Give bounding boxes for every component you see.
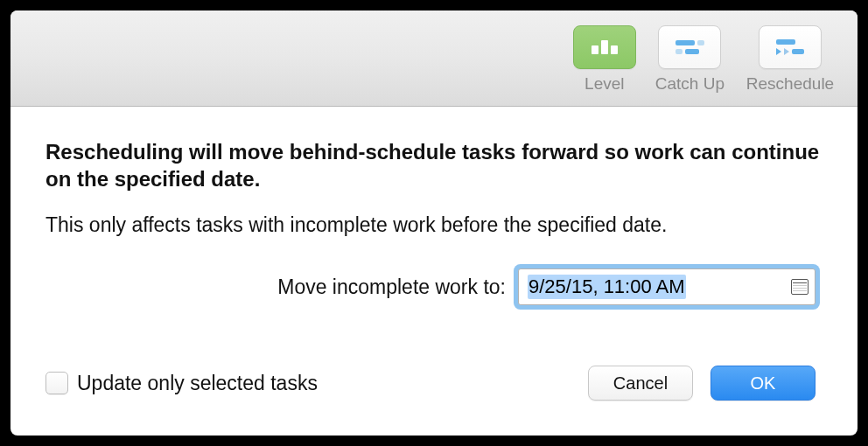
dialog-footer: Update only selected tasks Cancel OK <box>46 366 822 401</box>
date-field[interactable]: 9/25/15, 11:00 AM <box>518 268 816 305</box>
ok-button[interactable]: OK <box>710 366 816 401</box>
dialog-subtext: This only affects tasks with incomplete … <box>46 213 822 237</box>
reschedule-dialog-window: Level Catch Up Reschedule Rescheduling w… <box>10 10 858 436</box>
date-field-text: 9/25/15, 11:00 AM <box>528 275 686 299</box>
toolbar-item-reschedule[interactable]: Reschedule <box>733 25 847 94</box>
cancel-button[interactable]: Cancel <box>588 366 693 401</box>
reschedule-label: Reschedule <box>746 74 834 94</box>
dialog-toolbar: Level Catch Up Reschedule <box>10 10 858 107</box>
level-icon <box>573 25 636 69</box>
catch-up-label: Catch Up <box>655 74 724 94</box>
dialog-content: Rescheduling will move behind-schedule t… <box>10 107 858 436</box>
calendar-icon <box>791 279 808 295</box>
date-field-row: Move incomplete work to: 9/25/15, 11:00 … <box>46 268 822 305</box>
calendar-picker-button[interactable] <box>785 269 815 304</box>
update-selected-checkbox-row[interactable]: Update only selected tasks <box>46 372 318 395</box>
update-selected-checkbox-label: Update only selected tasks <box>77 372 318 395</box>
date-field-label: Move incomplete work to: <box>277 275 506 299</box>
toolbar-item-level[interactable]: Level <box>563 25 647 94</box>
level-label: Level <box>584 74 624 94</box>
update-selected-checkbox[interactable] <box>46 372 68 394</box>
reschedule-icon <box>759 25 822 69</box>
toolbar-item-catch-up[interactable]: Catch Up <box>647 25 733 94</box>
date-field-value[interactable]: 9/25/15, 11:00 AM <box>519 269 785 304</box>
catch-up-icon <box>658 25 721 69</box>
dialog-headline: Rescheduling will move behind-schedule t… <box>46 138 822 192</box>
dialog-button-group: Cancel OK <box>588 366 816 401</box>
